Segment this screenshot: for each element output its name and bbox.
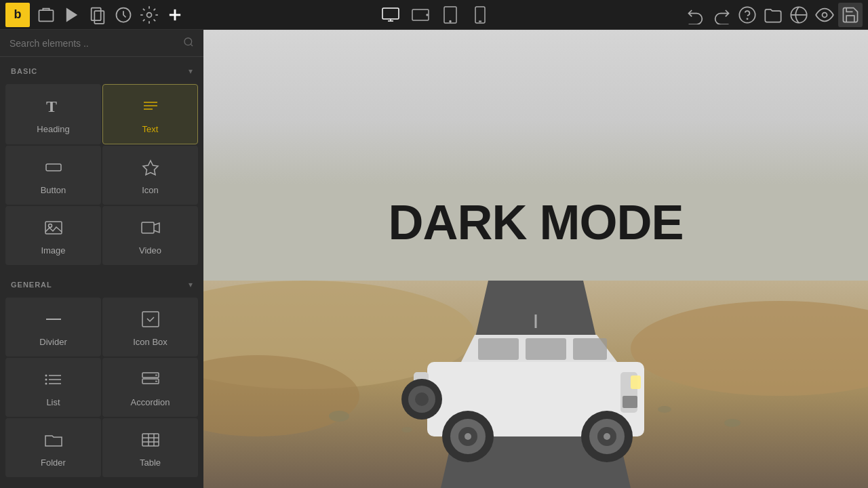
svg-rect-27 (46, 164, 61, 171)
svg-point-56 (329, 411, 349, 422)
list-icon (43, 370, 64, 392)
preview-button[interactable] (812, 3, 837, 27)
divider-card-label: Divider (39, 337, 66, 347)
svg-marker-1 (66, 7, 77, 22)
canvas-main-heading: DARK MODE (389, 195, 684, 250)
svg-rect-33 (142, 312, 159, 327)
svg-point-75 (604, 433, 610, 440)
image-element-card[interactable]: Image (5, 206, 101, 265)
undo-button[interactable] (684, 3, 708, 27)
tablet-portrait-viewport-button[interactable] (438, 3, 462, 27)
settings-icon[interactable] (137, 3, 161, 27)
svg-rect-63 (573, 338, 607, 360)
svg-point-12 (427, 14, 428, 16)
svg-point-5 (147, 12, 152, 17)
redo-button[interactable] (709, 3, 734, 27)
folder2-element-card[interactable]: Folder (5, 418, 101, 477)
icon-box-card-label: Icon Box (133, 337, 167, 347)
svg-rect-29 (45, 222, 62, 234)
table-card-label: Table (140, 458, 161, 468)
svg-point-30 (48, 224, 52, 228)
svg-point-59 (401, 427, 412, 432)
general-elements-grid: Divider Icon Box (0, 296, 203, 483)
logo-button[interactable]: b (5, 3, 30, 27)
svg-point-20 (823, 12, 827, 17)
svg-rect-2 (92, 7, 101, 20)
mobile-viewport-button[interactable] (468, 3, 492, 27)
svg-point-71 (465, 433, 471, 440)
svg-rect-3 (94, 11, 104, 24)
basic-section-chevron: ▾ (189, 66, 193, 76)
svg-rect-0 (39, 10, 54, 21)
svg-point-58 (658, 406, 671, 413)
text-icon (140, 97, 161, 119)
svg-point-18 (747, 18, 747, 19)
svg-rect-61 (478, 338, 519, 360)
tablet-landscape-viewport-button[interactable] (408, 3, 433, 27)
folder-button[interactable] (761, 3, 785, 27)
portfolio-icon[interactable] (34, 3, 58, 27)
video-element-card[interactable]: Video (102, 206, 198, 265)
list-element-card[interactable]: List (5, 358, 101, 417)
svg-text:T: T (46, 98, 57, 115)
table-element-card[interactable]: Table (102, 418, 198, 477)
folder2-card-label: Folder (41, 458, 66, 468)
text-card-label: Text (142, 124, 159, 134)
svg-rect-31 (142, 222, 154, 233)
search-icon (183, 37, 194, 49)
video-icon (140, 218, 161, 240)
icon-box-element-card[interactable]: Icon Box (102, 298, 198, 357)
svg-point-21 (184, 38, 192, 45)
folder2-icon (43, 430, 64, 452)
general-section-header[interactable]: GENERAL ▾ (0, 270, 203, 296)
button-element-card[interactable]: Button (5, 146, 101, 205)
desktop-viewport-button[interactable] (378, 3, 403, 27)
help-button[interactable] (735, 3, 760, 27)
canvas-area[interactable]: DARK MODE (203, 30, 868, 488)
icon-card-label: Icon (142, 185, 159, 195)
video-card-label: Video (139, 245, 161, 256)
icon-icon (140, 158, 161, 180)
wordpress-button[interactable] (787, 3, 811, 27)
heading-element-card[interactable]: T Heading (5, 84, 101, 144)
search-bar (0, 30, 203, 57)
heading-icon: T (43, 97, 64, 119)
add-element-button[interactable] (163, 3, 187, 27)
list-card-label: List (46, 397, 60, 407)
button-icon (43, 158, 64, 180)
svg-point-57 (724, 419, 741, 427)
accordion-element-card[interactable]: Accordion (102, 358, 198, 417)
basic-section-title: BASIC (11, 67, 37, 75)
save-button[interactable] (838, 3, 863, 27)
canvas-content: DARK MODE (203, 30, 868, 488)
svg-rect-44 (142, 434, 159, 446)
svg-rect-62 (526, 338, 566, 360)
svg-rect-65 (631, 375, 641, 389)
accordion-icon (140, 370, 161, 392)
svg-line-22 (191, 44, 193, 46)
elements-sidebar: BASIC ▾ T Heading (0, 30, 203, 488)
svg-point-17 (739, 7, 755, 22)
text-element-card[interactable]: Text (102, 84, 198, 144)
play-icon[interactable] (60, 3, 84, 27)
pages-icon[interactable] (85, 3, 110, 27)
divider-element-card[interactable]: Divider (5, 298, 101, 357)
toolbar-left: b (5, 3, 187, 27)
icon-box-icon (140, 310, 161, 331)
svg-marker-28 (143, 161, 158, 175)
basic-elements-grid: T Heading Text (0, 83, 203, 270)
svg-point-78 (415, 392, 429, 406)
viewport-controls (378, 3, 492, 27)
button-card-label: Button (41, 185, 66, 195)
table-icon (140, 430, 161, 452)
icon-element-card[interactable]: Icon (102, 146, 198, 205)
general-section-chevron: ▾ (189, 280, 193, 289)
basic-section-header[interactable]: BASIC ▾ (0, 57, 203, 83)
svg-rect-66 (623, 396, 637, 408)
general-section-title: GENERAL (11, 281, 52, 289)
search-input[interactable] (9, 38, 183, 49)
image-card-label: Image (41, 245, 65, 256)
svg-point-14 (450, 20, 451, 22)
toolbar-right (684, 3, 863, 27)
history-icon[interactable] (111, 3, 136, 27)
